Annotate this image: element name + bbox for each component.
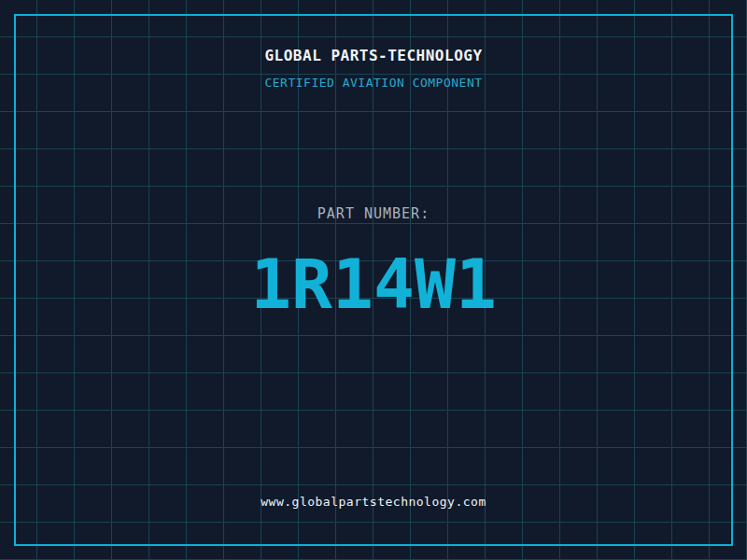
certification-subtitle: CERTIFIED AVIATION COMPONENT [0,76,747,90]
part-number-value: 1R14W1 [0,245,747,324]
website-url: www.globalpartstechnology.com [0,495,747,509]
certificate-card: GLOBAL PARTS-TECHNOLOGY CERTIFIED AVIATI… [0,0,747,560]
part-number-label: PART NUMBER: [0,205,747,222]
company-title: GLOBAL PARTS-TECHNOLOGY [0,47,747,64]
